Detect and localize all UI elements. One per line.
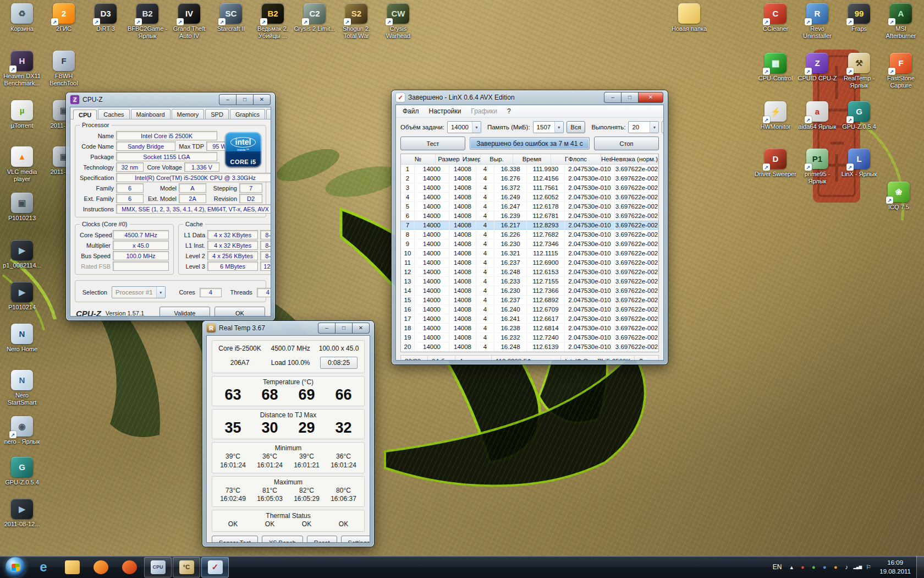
desktop-icon-crysis2[interactable]: C2 ↗ Crysis 2 Limit... [294, 3, 336, 32]
run-unit-select[interactable]: раз ▼ [662, 121, 664, 133]
desktop-icon-cpu-control[interactable]: ▦ ↗ CPU-Control [755, 53, 796, 82]
tray-hidden-icons[interactable]: ▴ [786, 556, 797, 578]
menu-item[interactable]: Файл [398, 107, 424, 116]
desktop-icon-p1010214[interactable]: ▶ ↗ P1010214 [1, 282, 43, 311]
desktop-icon-nero-shortcut[interactable]: ◉ ↗ nero - Ярлык [1, 416, 43, 445]
column-header[interactable]: Выр. [481, 154, 513, 164]
table-row[interactable]: 18 14000 14008 4 16.238 112.6814 2.04753… [401, 324, 658, 333]
show-desktop-button[interactable] [916, 556, 924, 578]
cpuz-tab[interactable]: SPD [205, 109, 229, 119]
taskbar-explorer[interactable] [58, 557, 86, 577]
memory-select[interactable]: 1507 ▼ [533, 121, 564, 133]
language-indicator[interactable]: EN [768, 556, 787, 578]
realtemp-button[interactable]: Sensor Test [212, 536, 258, 543]
clock[interactable]: 16:09 19.08.2011 [874, 558, 916, 576]
maximize-button[interactable]: □ [236, 94, 254, 105]
realtemp-button[interactable]: Reset [307, 536, 337, 543]
table-row[interactable]: 8 14000 14008 4 16.226 112.7682 2.047530… [401, 230, 658, 239]
table-row[interactable]: 3 14000 14008 4 16.372 111.7561 2.047530… [401, 183, 658, 193]
taskbar-cpuz[interactable]: CPU [144, 557, 172, 577]
task-size-select[interactable]: 14000 ▼ [447, 121, 481, 133]
test-button[interactable]: Тест [400, 137, 465, 150]
table-row[interactable]: 17 14000 14008 4 16.241 112.6617 2.04753… [401, 314, 658, 324]
maximize-button[interactable]: □ [335, 323, 353, 334]
realtemp-titlebar[interactable]: R Real Temp 3.67 – □ ✕ [202, 321, 374, 335]
desktop-icon-realtemp[interactable]: ⚒ ↗ RealTemp - Ярлык [838, 53, 880, 89]
desktop-icon-bfbc2[interactable]: B2 ↗ BFBC2Game - Ярлык [127, 3, 168, 40]
desktop-icon-shogun2[interactable]: S2 ↗ Shogun 2. Total War [336, 3, 377, 40]
table-row[interactable]: 15 14000 14008 4 16.237 112.6892 2.04753… [401, 296, 658, 305]
desktop-icon-p1-0082114[interactable]: ▶ ↗ p1_0082114... [1, 240, 43, 269]
taskbar-linx[interactable]: ✓ [201, 557, 229, 577]
desktop-icon-revo-uninstaller[interactable]: R ↗ Revo Uninstaller [796, 3, 838, 40]
start-button[interactable] [6, 557, 25, 577]
table-row[interactable]: 5 14000 14008 4 16.247 112.6178 2.047530… [401, 202, 658, 211]
table-row[interactable]: 13 14000 14008 4 16.233 112.7155 2.04753… [401, 277, 658, 286]
desktop-icon-2gis[interactable]: 2 ↗ 2ГИС [43, 3, 85, 32]
tray-icon-red[interactable]: ● [797, 556, 808, 578]
desktop-icon-witcher2[interactable]: В2 ↗ Ведьмак 2. Убийцы ... [252, 3, 294, 40]
menu-item[interactable]: ? [503, 107, 515, 116]
desktop-icon-aida64[interactable]: a ↗ aida64 Ярлык [796, 101, 838, 130]
taskbar-media-player[interactable] [116, 557, 143, 577]
table-row[interactable]: 16 14000 14008 4 16.240 112.6709 2.04753… [401, 305, 658, 314]
realtemp-button[interactable]: XS Bench [262, 536, 303, 543]
desktop-icon-faststone[interactable]: F ↗ FastStone Capture [880, 53, 922, 89]
desktop-icon-nero-home[interactable]: N ↗ Nero Home [1, 324, 43, 353]
desktop-icon-gpuz-left[interactable]: G ↗ GPU-Z.0.5.4 [1, 457, 43, 486]
tray-network[interactable]: ▂▄▆ [852, 556, 863, 578]
table-row[interactable]: 7 14000 14008 4 16.217 112.8293 2.047530… [401, 221, 658, 230]
cpuz-tab[interactable]: Mainboard [131, 109, 170, 119]
close-button[interactable]: ✕ [638, 92, 663, 103]
cpuz-tab[interactable]: CPU [73, 110, 97, 119]
desktop-icon-video-2011-08-12[interactable]: ▶ ↗ 2011-08-12... [1, 499, 43, 528]
column-header[interactable]: Невязка [601, 154, 611, 164]
desktop-icon-new-folder[interactable]: ↗ Новая папка [668, 3, 710, 32]
close-button[interactable]: ✕ [352, 323, 370, 334]
desktop-icon-driver-sweeper[interactable]: D ↗ Driver Sweeper [755, 149, 796, 178]
all-memory-button[interactable]: Вся [566, 121, 586, 133]
table-row[interactable]: 10 14000 14008 4 16.321 112.1115 2.04753… [401, 249, 658, 258]
taskbar-realtemp[interactable]: °C [173, 557, 200, 577]
table-row[interactable]: 14 14000 14008 4 16.230 112.7366 2.04753… [401, 286, 658, 296]
column-header[interactable]: Время [513, 154, 551, 164]
desktop-icon-gpuz-right[interactable]: G ↗ GPU-Z.0.5.4 [838, 101, 880, 130]
minimize-button[interactable]: – [604, 92, 622, 103]
cpuz-titlebar[interactable]: Z CPU-Z – □ ✕ [66, 92, 275, 107]
taskbar-internet-explorer[interactable]: e [30, 557, 57, 577]
tray-volume[interactable]: ♪ [841, 556, 852, 578]
timer-button[interactable]: 0:08:25 [320, 357, 358, 369]
linx-titlebar[interactable]: ✓ Завершено - LinX 0.6.4 AVX Edition – □… [392, 90, 668, 105]
desktop-icon-hwmonitor[interactable]: ⚡ ↗ HWMonitor [755, 101, 796, 130]
minimize-button[interactable]: – [318, 323, 336, 334]
column-header[interactable]: Размер [436, 154, 463, 164]
table-row[interactable]: 12 14000 14008 4 16.248 112.6153 2.04753… [401, 268, 658, 277]
table-row[interactable]: 4 14000 14008 4 16.249 112.6052 2.047530… [401, 193, 658, 202]
stop-button[interactable]: Стоп [594, 137, 659, 150]
desktop-icon-utorrent[interactable]: µ ↗ µTorrent [1, 100, 43, 129]
desktop-icon-recycle-bin[interactable]: ♻ ↗ Корзина [1, 3, 43, 32]
desktop-icon-fraps[interactable]: 99 ↗ Fraps [838, 3, 880, 32]
validate-button[interactable]: Validate [160, 307, 210, 317]
table-row[interactable]: 19 14000 14008 4 16.232 112.7240 2.04753… [401, 333, 658, 342]
cpuz-tab[interactable]: Memory [172, 109, 205, 119]
tray-icon-orange[interactable]: ● [830, 556, 841, 578]
table-row[interactable]: 6 14000 14008 4 16.239 112.6781 2.047530… [401, 211, 658, 221]
tray-action-center[interactable]: ⚐ [863, 556, 874, 578]
realtemp-button[interactable]: Settings [341, 536, 370, 543]
taskbar-firefox[interactable] [87, 557, 114, 577]
desktop-icon-vlc[interactable]: ▲ ↗ VLC media player [1, 146, 43, 183]
table-row[interactable]: 1 14000 14008 4 16.338 111.9930 2.047530… [401, 165, 658, 174]
column-header[interactable]: Невязка (норм.) [611, 154, 658, 164]
processor-select[interactable]: Processor #1 ▼ [112, 286, 166, 298]
tray-icon-blue[interactable]: ● [819, 556, 830, 578]
desktop-icon-heaven-dx11[interactable]: H ↗ Heaven DX11 Benchmark... [1, 51, 43, 87]
cpuz-tab[interactable]: Graphics [230, 109, 265, 119]
cpuz-tab[interactable]: About [266, 109, 271, 119]
desktop-icon-cpuid-cpuz[interactable]: Z ↗ CPUID CPU-Z [796, 53, 838, 82]
menu-item[interactable]: Графики [466, 107, 502, 116]
column-header[interactable]: ГФлопс [551, 154, 601, 164]
cpuz-tab[interactable]: Caches [98, 109, 129, 119]
desktop-icon-prime95[interactable]: P1 ↗ prime95 - Ярлык [796, 149, 838, 185]
ok-button[interactable]: OK [215, 307, 265, 317]
